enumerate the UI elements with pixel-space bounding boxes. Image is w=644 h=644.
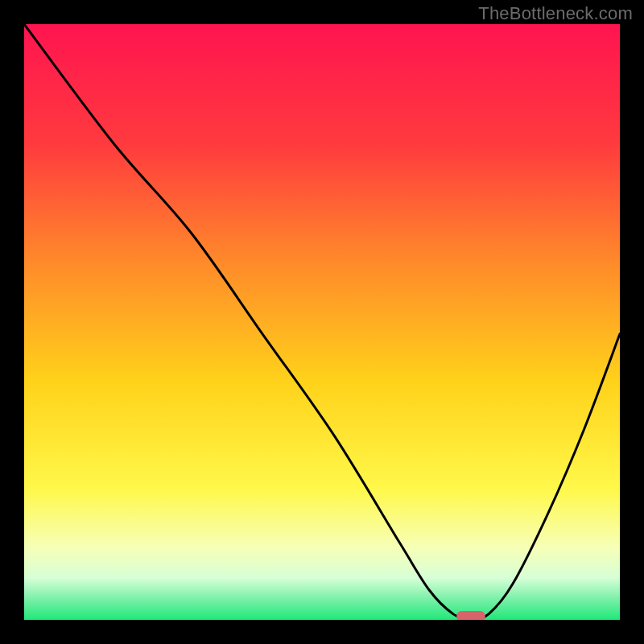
watermark-text: TheBottleneck.com [478, 3, 633, 24]
chart-frame: TheBottleneck.com [0, 0, 644, 644]
gradient-background [24, 24, 620, 620]
optimum-marker [456, 611, 485, 620]
chart-svg [24, 24, 620, 620]
chart-plot [24, 24, 620, 620]
